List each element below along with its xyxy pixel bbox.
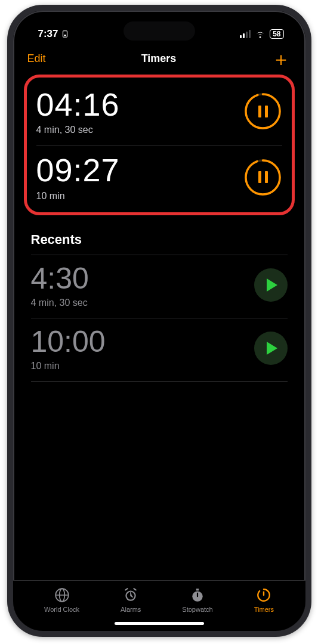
- tab-alarms[interactable]: Alarms: [121, 587, 141, 613]
- divider: [31, 381, 288, 382]
- pause-button[interactable]: [244, 158, 282, 196]
- svg-rect-1: [64, 35, 66, 36]
- timer-remaining: 09:27: [36, 153, 120, 188]
- tab-stopwatch[interactable]: Stopwatch: [182, 587, 212, 613]
- page-title: Timers: [141, 52, 177, 65]
- add-timer-button[interactable]: ＋: [271, 54, 291, 64]
- tab-label: Alarms: [121, 606, 141, 613]
- svg-rect-12: [196, 589, 199, 590]
- tab-world-clock[interactable]: World Clock: [44, 587, 79, 613]
- status-time: 7:37: [38, 28, 58, 40]
- progress-ring-icon: [244, 92, 282, 130]
- alarm-icon: [122, 587, 139, 603]
- stopwatch-icon: [189, 587, 206, 603]
- play-icon: [267, 342, 277, 355]
- svg-point-5: [246, 160, 280, 194]
- recent-duration: 4 min, 30 sec: [31, 298, 89, 308]
- recent-time: 10:00: [31, 326, 106, 358]
- pause-button[interactable]: [244, 92, 282, 131]
- timer-duration: 10 min: [36, 191, 120, 202]
- edit-button[interactable]: Edit: [27, 52, 46, 65]
- timer-remaining: 04:16: [36, 87, 120, 122]
- recent-timer-row[interactable]: 10:00 10 min: [13, 318, 305, 381]
- phone-frame: 7:37 58 Edit Timers ＋ 04:16 4 min, 30 se…: [7, 5, 311, 637]
- signal-icon: [240, 30, 251, 38]
- recent-time: 4:30: [31, 262, 89, 295]
- progress-ring-icon: [244, 159, 282, 196]
- play-button[interactable]: [254, 332, 288, 365]
- play-button[interactable]: [254, 268, 288, 302]
- card-icon: [61, 30, 69, 38]
- recents-header: Recents: [13, 215, 305, 255]
- svg-point-3: [246, 94, 280, 128]
- battery-indicator: 58: [270, 29, 283, 39]
- recent-timer-row[interactable]: 4:30 4 min, 30 sec: [13, 255, 305, 318]
- home-indicator[interactable]: [115, 622, 204, 625]
- wifi-icon: [255, 30, 265, 38]
- timer-icon: [255, 587, 272, 603]
- dynamic-island: [124, 21, 195, 41]
- play-icon: [267, 278, 277, 292]
- timer-duration: 4 min, 30 sec: [36, 125, 120, 135]
- tab-label: Timers: [254, 606, 274, 613]
- highlight-box: 04:16 4 min, 30 sec 09:27 10 min: [24, 75, 295, 215]
- active-timer-row[interactable]: 04:16 4 min, 30 sec: [28, 80, 291, 145]
- tab-timers[interactable]: Timers: [254, 587, 274, 613]
- tab-label: Stopwatch: [182, 606, 212, 613]
- tab-label: World Clock: [44, 606, 79, 613]
- recent-duration: 10 min: [31, 361, 106, 371]
- svg-rect-0: [63, 31, 67, 38]
- nav-bar: Edit Timers ＋: [13, 44, 305, 75]
- active-timer-row[interactable]: 09:27 10 min: [28, 145, 291, 210]
- globe-icon: [54, 587, 70, 603]
